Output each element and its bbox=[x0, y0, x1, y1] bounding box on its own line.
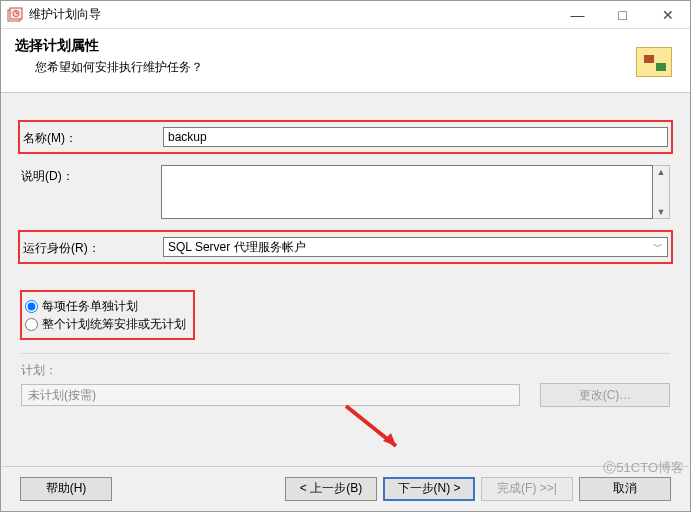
window-controls: ― □ ✕ bbox=[555, 1, 690, 28]
wizard-footer: 帮助(H) < 上一步(B) 下一步(N) > 完成(F) >>| 取消 bbox=[2, 466, 689, 510]
help-button[interactable]: 帮助(H) bbox=[20, 477, 112, 501]
plan-row: 更改(C)… bbox=[21, 383, 670, 407]
page-subtitle: 您希望如何安排执行维护任务？ bbox=[35, 59, 676, 76]
scroll-down-icon: ▼ bbox=[657, 206, 666, 218]
next-button[interactable]: 下一步(N) > bbox=[383, 477, 475, 501]
app-icon bbox=[7, 7, 23, 23]
description-input[interactable] bbox=[161, 165, 653, 219]
name-label: 名称(M)： bbox=[23, 127, 163, 147]
description-row: 说明(D)： ▲ ▼ bbox=[21, 165, 670, 219]
radio-separate-row[interactable]: 每项任务单独计划 bbox=[25, 297, 186, 315]
page-title: 选择计划属性 bbox=[15, 37, 676, 55]
plan-display bbox=[21, 384, 520, 406]
name-row: 名称(M)： bbox=[21, 123, 670, 151]
runas-row: 运行身份(R)： SQL Server 代理服务帐户 ﹀ bbox=[21, 233, 670, 261]
change-schedule-button: 更改(C)… bbox=[540, 383, 670, 407]
description-wrap: ▲ ▼ bbox=[161, 165, 670, 219]
schedule-mode-group: 每项任务单独计划 整个计划统筹安排或无计划 bbox=[23, 293, 192, 337]
radio-separate-label: 每项任务单独计划 bbox=[42, 298, 138, 315]
description-scrollbar[interactable]: ▲ ▼ bbox=[653, 165, 670, 219]
close-button[interactable]: ✕ bbox=[645, 1, 690, 29]
wizard-body: 名称(M)： 说明(D)： ▲ ▼ 运行身份(R)： SQL Server 代理… bbox=[1, 93, 690, 417]
divider bbox=[21, 353, 670, 354]
watermark-text: Ⓒ51CTO博客 bbox=[603, 459, 684, 477]
radio-single[interactable] bbox=[25, 318, 38, 331]
window-title: 维护计划向导 bbox=[29, 6, 555, 23]
name-input[interactable] bbox=[163, 127, 668, 147]
maximize-button[interactable]: □ bbox=[600, 1, 645, 29]
wizard-window: 维护计划向导 ― □ ✕ 选择计划属性 您希望如何安排执行维护任务？ 名称(M)… bbox=[0, 0, 691, 512]
finish-button: 完成(F) >>| bbox=[481, 477, 573, 501]
runas-value: SQL Server 代理服务帐户 bbox=[168, 239, 306, 256]
runas-select[interactable]: SQL Server 代理服务帐户 ﹀ bbox=[163, 237, 668, 257]
chevron-down-icon: ﹀ bbox=[653, 240, 663, 254]
minimize-button[interactable]: ― bbox=[555, 1, 600, 29]
plan-section-label: 计划： bbox=[21, 362, 670, 379]
cancel-button[interactable]: 取消 bbox=[579, 477, 671, 501]
runas-label: 运行身份(R)： bbox=[23, 237, 163, 257]
radio-separate[interactable] bbox=[25, 300, 38, 313]
title-bar: 维护计划向导 ― □ ✕ bbox=[1, 1, 690, 29]
radio-single-row[interactable]: 整个计划统筹安排或无计划 bbox=[25, 315, 186, 333]
description-label: 说明(D)： bbox=[21, 165, 161, 185]
scroll-up-icon: ▲ bbox=[657, 166, 666, 178]
back-button[interactable]: < 上一步(B) bbox=[285, 477, 377, 501]
header-illustration-icon bbox=[634, 39, 680, 85]
wizard-header: 选择计划属性 您希望如何安排执行维护任务？ bbox=[1, 29, 690, 93]
radio-single-label: 整个计划统筹安排或无计划 bbox=[42, 316, 186, 333]
